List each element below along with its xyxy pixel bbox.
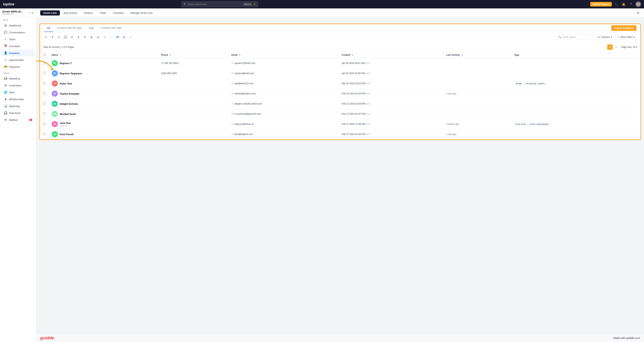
tag-badge[interactable]: doctor-nephrologists — [528, 122, 550, 126]
main-content: Smart Lists Bulk Actions Restore Tasks C… — [36, 8, 644, 342]
lightning-icon[interactable]: ⚡ — [253, 3, 256, 6]
mailfold-badge: 2 — [29, 119, 32, 121]
sidebar-item-label: Payments — [9, 66, 32, 68]
contact-created-tz: (EST) — [366, 133, 370, 136]
download-button[interactable]: ⬇ — [82, 34, 88, 40]
row-checkbox[interactable] — [43, 82, 46, 84]
contact-email: raynera7@hotd.com — [234, 62, 256, 64]
sidebar-item-memberships[interactable]: ★ Memberships — [1, 96, 35, 102]
marketing-icon: 📢 — [4, 77, 7, 80]
avatar: DS — [52, 101, 58, 107]
phone-icon[interactable]: 📞 — [614, 2, 619, 7]
quick-search-input[interactable]: 🔍 Quick search — [556, 35, 594, 40]
page-size-selector[interactable]: Page Size: 20 ▾ — [621, 46, 637, 48]
page-1-button[interactable]: 1 — [607, 44, 612, 50]
sidebar-item-marketing[interactable]: 📢 Marketing — [1, 75, 35, 82]
sidebar-item-label: Memberships — [9, 98, 32, 101]
help-icon[interactable]: ? — [628, 2, 634, 7]
table-row[interactable]: JD Jane Doe Jane Do ✉mgrosso@nbuc.caFeb … — [40, 119, 640, 129]
sidebar-item-mailfold[interactable]: ✉ Mailfold 2 — [1, 116, 35, 123]
sidebar-item-opportunities[interactable]: ◇ Opportunities — [1, 57, 35, 63]
select-all-checkbox[interactable] — [43, 54, 46, 56]
chevron-down-icon: ▾ — [611, 36, 612, 38]
email-icon: ✉ — [232, 72, 233, 75]
more-filters-button[interactable]: ⊤ More Filters ▾ — [615, 35, 637, 40]
tag-badge[interactable]: book event — [514, 122, 528, 126]
contact-email: kyle@test123.com — [234, 82, 254, 85]
avatar: RT — [52, 70, 58, 76]
row-checkbox[interactable] — [43, 92, 46, 94]
bell-icon[interactable]: 🔔 — [621, 2, 626, 7]
filter-button[interactable]: ▼ — [50, 34, 55, 40]
table-row[interactable]: RT Raynera Targaryen (346) 890-2265✉rayn… — [40, 68, 640, 78]
next-page-button[interactable]: › — [613, 44, 619, 50]
card-tab-all[interactable]: All — [44, 24, 53, 32]
table-row[interactable]: TE Topline Example ✉andrea@topline.comFe… — [40, 89, 640, 99]
row-checkbox[interactable] — [43, 62, 46, 64]
email-icon: ✉ — [232, 82, 233, 85]
sidebar-item-payments[interactable]: 💳 Payments — [1, 64, 35, 70]
top-navigation: topline 🔍 Quick search here Ctrl + K ⚡ t… — [0, 0, 644, 8]
tag-button[interactable]: 🏷 — [56, 34, 62, 40]
sidebar-item-reporting[interactable]: 📊 Reporting — [1, 103, 35, 109]
row-checkbox[interactable] — [43, 133, 46, 135]
sidebar-item-sites[interactable]: 🌐 Sites — [1, 89, 35, 96]
import-contacts-button[interactable]: Import Contacts — [611, 25, 636, 31]
sidebar-item-helpdesk[interactable]: 🎧 Help Desk — [1, 110, 35, 116]
tab-tasks[interactable]: Tasks — [97, 10, 109, 16]
row-checkbox[interactable] — [43, 72, 46, 74]
expand-button[interactable]: ⤢ — [128, 34, 134, 40]
global-search-bar[interactable]: 🔍 Quick search here Ctrl + K ⚡ — [182, 1, 258, 7]
columns-button[interactable]: ⊟ Columns ▾ — [595, 35, 614, 40]
card-toolbar: + ▼ 🏷 💬 ✉ ⬆ ⬇ 🗑 ★ ↗ ↑ 🪪 ⊞ ⤢ 🔍 — [40, 32, 640, 42]
tag-badge[interactable]: design — [514, 82, 523, 85]
star-button[interactable]: ★ — [95, 34, 101, 40]
grid-button[interactable]: ⊞ — [121, 34, 127, 40]
card-tab-tags[interactable]: Tags — [86, 24, 97, 32]
card-tab-with-tags[interactable]: Contacts with Tags — [98, 24, 125, 32]
table-row[interactable]: MS Michael Scott ✉m.scott.test@test123.c… — [40, 109, 640, 119]
add-contact-button[interactable]: + — [43, 34, 49, 40]
layout-icon[interactable]: ⊟ — [32, 11, 34, 14]
sidebar-item-tasks[interactable]: ✓ Tasks — [1, 36, 35, 42]
message-button[interactable]: 💬 — [62, 34, 68, 40]
upload-button[interactable]: ⬆ — [76, 34, 81, 40]
app-logo: topline — [3, 2, 14, 6]
sidebar-item-conversations[interactable]: 💬 Conversations — [1, 29, 35, 36]
sidebar-item-automation[interactable]: ⚙ Automation — [1, 82, 35, 89]
sidebar-item-label: Dashboard — [9, 24, 32, 27]
contact-created: Feb 07 2024 02:48 PM — [342, 133, 365, 136]
automation-icon: ⚙ — [4, 84, 7, 87]
contact-tags — [511, 109, 640, 119]
avatar[interactable]: TU — [636, 2, 641, 7]
contact-created-tz: (EST) — [366, 82, 370, 85]
sidebar-item-scheduler[interactable]: 📅 Scheduler — [1, 43, 35, 50]
workspace-location: Scranton, PA — [2, 13, 28, 15]
table-row[interactable]: RT Raynera T +1 345 267 8910✉raynera7@ho… — [40, 58, 640, 68]
tag-badge[interactable]: mechanical - padres — [524, 82, 546, 85]
card-tab-no-tags[interactable]: Contacts with No Tags — [54, 24, 85, 32]
tab-company[interactable]: Company — [110, 10, 127, 16]
contact-card-button[interactable]: 🪪 — [115, 34, 120, 40]
sidebar-item-label: Contacts — [9, 52, 32, 54]
tab-manage-smart-lists[interactable]: Manage Smart Lists — [128, 10, 156, 16]
table-row[interactable]: DS Dwight Schrute ✉dwight.s.test@123test… — [40, 99, 640, 109]
settings-gear-icon[interactable]: ⚙ — [636, 10, 640, 16]
sidebar-item-dashboard[interactable]: ⊞ Dashboard — [1, 22, 35, 29]
row-checkbox[interactable] — [43, 112, 46, 115]
row-checkbox[interactable] — [43, 122, 46, 125]
tab-smart-lists[interactable]: Smart Lists — [40, 10, 60, 16]
row-checkbox[interactable] — [43, 102, 46, 105]
tab-restore[interactable]: Restore — [81, 10, 96, 16]
contact-tags — [511, 89, 640, 99]
email-button[interactable]: ✉ — [69, 34, 75, 40]
share-button[interactable]: ↑ — [108, 34, 114, 40]
export-button[interactable]: ↗ — [102, 34, 108, 40]
delete-button[interactable]: 🗑 — [89, 34, 94, 40]
table-row[interactable]: KF Kent Ferrell ✉kent@topline.comFeb 07 … — [40, 129, 640, 140]
workspace-selector[interactable]: Dunder Mifflin [D... Scranton, PA ▾ ⊟ — [0, 8, 36, 17]
sidebar-item-contacts[interactable]: 👤 Contacts — [1, 50, 35, 56]
tab-bulk-actions[interactable]: Bulk Actions — [61, 10, 80, 16]
table-row[interactable]: KT Kyles Test ✉kyle@test123.comMar 05 20… — [40, 78, 640, 89]
support-button[interactable]: topline Support — [590, 2, 612, 6]
